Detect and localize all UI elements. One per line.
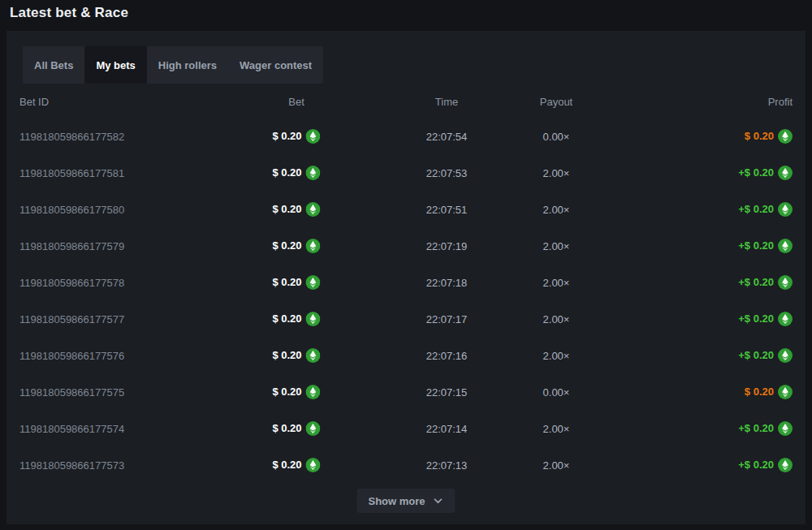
bet-amount-value: $ 0.20 (272, 312, 301, 325)
eth-coin-icon (778, 202, 793, 217)
chevron-down-icon (433, 495, 444, 506)
bet-time: 22:07:54 (426, 130, 468, 142)
profit-value: +$ 0.20 (738, 422, 774, 434)
tab-label: High rollers (158, 59, 217, 71)
tab-all-bets[interactable]: All Bets (23, 46, 84, 84)
bets-panel: All Bets My bets High rollers Wager cont… (6, 31, 806, 524)
bet-profit-cell: +$ 0.20 (738, 312, 793, 326)
eth-coin-icon (778, 129, 793, 144)
header-bet: Bet (288, 96, 304, 108)
table-row[interactable]: 119818059866177573 $ 0.20 22:07:13 2.00×… (19, 446, 793, 483)
bet-id-link[interactable]: 119818059866177576 (19, 349, 124, 361)
bets-table: 119818059866177582 $ 0.20 22:07:54 0.00×… (19, 118, 793, 483)
bet-amount-value: $ 0.20 (272, 386, 301, 398)
show-more-label: Show more (368, 495, 425, 507)
eth-coin-icon (778, 421, 793, 436)
latest-bet-race-screen: { "title": "Latest bet & Race", "tabs": … (0, 0, 812, 530)
bet-profit-cell: +$ 0.20 (738, 348, 793, 363)
show-more-button[interactable]: Show more (356, 489, 455, 513)
bet-payout: 2.00× (543, 422, 570, 434)
page-title: Latest bet & Race (10, 5, 128, 21)
table-row[interactable]: 119818059866177577 $ 0.20 22:07:17 2.00×… (19, 300, 793, 337)
eth-coin-icon (306, 129, 321, 144)
bet-id-link[interactable]: 119818059866177579 (19, 239, 124, 252)
eth-coin-icon (778, 348, 793, 363)
bet-id-link[interactable]: 119818059866177582 (19, 130, 124, 142)
table-row[interactable]: 119818059866177575 $ 0.20 22:07:15 0.00×… (19, 373, 793, 410)
eth-coin-icon (778, 239, 793, 253)
bets-tab-bar: All Bets My bets High rollers Wager cont… (23, 46, 323, 84)
table-row[interactable]: 119818059866177578 $ 0.20 22:07:18 2.00×… (19, 264, 793, 300)
table-row[interactable]: 119818059866177579 $ 0.20 22:07:19 2.00×… (19, 227, 793, 264)
bet-profit-cell: +$ 0.20 (738, 421, 793, 436)
bet-time: 22:07:14 (426, 422, 468, 434)
header-profit: Profit (768, 96, 793, 108)
eth-coin-icon (306, 458, 321, 472)
bet-time: 22:07:19 (426, 239, 468, 252)
bet-amount-cell: $ 0.20 (272, 166, 320, 180)
profit-value: $ 0.20 (745, 386, 774, 398)
table-row[interactable]: 119818059866177574 $ 0.20 22:07:14 2.00×… (19, 410, 793, 446)
bet-amount-value: $ 0.20 (272, 276, 301, 288)
bet-payout: 2.00× (543, 276, 570, 288)
bet-amount-value: $ 0.20 (272, 459, 301, 471)
bet-payout: 2.00× (543, 349, 570, 361)
bet-payout: 2.00× (543, 166, 570, 179)
tab-my-bets[interactable]: My bets (84, 46, 146, 84)
bet-amount-cell: $ 0.20 (272, 385, 320, 399)
eth-coin-icon (778, 312, 793, 326)
bet-payout: 0.00× (543, 130, 570, 142)
table-row[interactable]: 119818059866177582 $ 0.20 22:07:54 0.00×… (19, 118, 793, 154)
bet-amount-cell: $ 0.20 (272, 202, 320, 217)
profit-value: +$ 0.20 (738, 166, 774, 179)
bet-payout: 2.00× (543, 312, 570, 325)
header-bet-id: Bet ID (19, 96, 49, 108)
profit-value: +$ 0.20 (738, 203, 774, 215)
tab-high-rollers[interactable]: High rollers (147, 46, 228, 84)
bet-payout: 2.00× (543, 203, 570, 215)
bet-id-link[interactable]: 119818059866177580 (19, 203, 124, 215)
eth-coin-icon (778, 458, 793, 472)
bet-time: 22:07:17 (426, 312, 468, 325)
bet-amount-value: $ 0.20 (272, 203, 301, 215)
profit-value: +$ 0.20 (738, 349, 774, 361)
bet-profit-cell: $ 0.20 (745, 385, 793, 399)
eth-coin-icon (306, 166, 321, 180)
eth-coin-icon (306, 275, 321, 290)
eth-coin-icon (306, 348, 321, 363)
tab-label: All Bets (34, 59, 73, 71)
eth-coin-icon (778, 275, 793, 290)
bet-id-link[interactable]: 119818059866177575 (19, 386, 124, 398)
bet-time: 22:07:18 (426, 276, 468, 288)
bet-amount-cell: $ 0.20 (272, 312, 320, 326)
bet-id-link[interactable]: 119818059866177578 (19, 276, 124, 288)
tab-wager-contest[interactable]: Wager contest (228, 46, 323, 84)
bet-profit-cell: +$ 0.20 (738, 166, 793, 180)
bet-payout: 0.00× (543, 386, 570, 398)
bet-time: 22:07:13 (426, 459, 468, 471)
eth-coin-icon (306, 312, 321, 326)
profit-value: $ 0.20 (745, 130, 774, 142)
profit-value: +$ 0.20 (738, 459, 774, 471)
eth-coin-icon (306, 239, 321, 253)
bet-payout: 2.00× (543, 459, 570, 471)
bet-amount-value: $ 0.20 (272, 422, 301, 434)
bet-id-link[interactable]: 119818059866177581 (19, 166, 124, 179)
eth-coin-icon (306, 385, 321, 399)
bet-profit-cell: +$ 0.20 (738, 202, 793, 217)
bet-id-link[interactable]: 119818059866177577 (19, 312, 124, 325)
table-header-row: Bet ID Bet Time Payout Profit (19, 93, 793, 110)
eth-coin-icon (306, 421, 321, 436)
table-row[interactable]: 119818059866177581 $ 0.20 22:07:53 2.00×… (19, 154, 793, 191)
bet-amount-value: $ 0.20 (272, 239, 301, 252)
bet-id-link[interactable]: 119818059866177573 (19, 459, 124, 471)
profit-value: +$ 0.20 (738, 312, 774, 325)
bet-id-link[interactable]: 119818059866177574 (19, 422, 124, 434)
bet-time: 22:07:51 (426, 203, 468, 215)
table-row[interactable]: 119818059866177580 $ 0.20 22:07:51 2.00×… (19, 191, 793, 227)
bet-amount-cell: $ 0.20 (272, 458, 320, 472)
bet-amount-cell: $ 0.20 (272, 275, 320, 290)
table-row[interactable]: 119818059866177576 $ 0.20 22:07:16 2.00×… (19, 337, 793, 373)
profit-value: +$ 0.20 (738, 276, 774, 288)
bet-time: 22:07:53 (426, 166, 468, 179)
